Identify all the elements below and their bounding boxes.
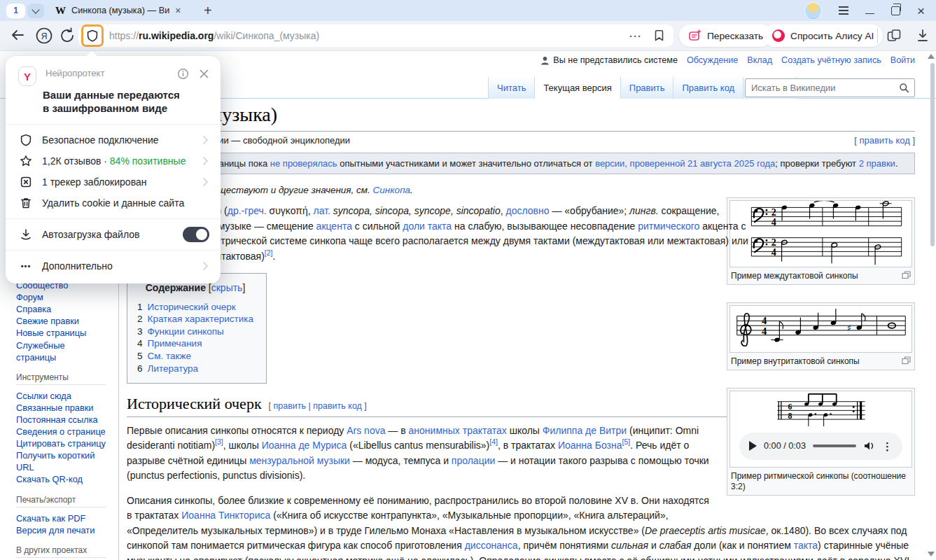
toc-item[interactable]: 5См. также (137, 350, 253, 363)
close-window-button[interactable]: × (917, 4, 925, 18)
tab-read[interactable]: Читать (488, 77, 534, 99)
toc-title: Содержание (146, 282, 206, 293)
sidebar-item-recent-changes[interactable]: Свежие правки (16, 315, 106, 327)
svg-text:4: 4 (761, 326, 766, 337)
sidebar-item-related-changes[interactable]: Связанные правки (16, 402, 106, 414)
scrollbar-thumb[interactable] (930, 63, 935, 246)
auto-download-toggle[interactable] (183, 227, 209, 242)
yandex-protect-logo: Y (18, 66, 36, 86)
shield-icon (20, 134, 32, 146)
figure-caption: Пример междутактовой синкопы (731, 271, 858, 281)
volume-icon[interactable] (863, 440, 875, 451)
sidebar-item-download-pdf[interactable]: Скачать как PDF (16, 512, 106, 524)
tab-edit[interactable]: Править (620, 77, 673, 99)
toc-item[interactable]: 6Литература (137, 363, 253, 375)
article-content: Синкопа (музыка) Материал из Википедии —… (118, 99, 915, 560)
search-icon[interactable] (899, 83, 909, 93)
login-link[interactable]: Войти (890, 55, 915, 65)
alice-avatar[interactable] (804, 2, 822, 20)
close-tab-icon[interactable]: × (175, 6, 181, 15)
enlarge-icon[interactable] (902, 271, 911, 279)
not-logged-in-status: Вы не представились системе (540, 55, 678, 65)
yandex-home-icon[interactable]: Я (35, 27, 53, 45)
more-dots-icon: ••• (19, 262, 33, 270)
collections-icon[interactable] (886, 28, 902, 43)
protect-shield-highlight[interactable] (81, 24, 104, 47)
audio-progress-bar[interactable] (813, 444, 856, 447)
popup-row-reviews[interactable]: 1,2К отзывов · 84% позитивные (6, 150, 221, 172)
popup-row-auto-download[interactable]: Автозагрузка файлов (6, 224, 221, 245)
more-actions-icon[interactable]: ··· (629, 30, 642, 42)
restore-button[interactable] (891, 6, 900, 15)
shield-icon (86, 29, 99, 42)
browser-window: 1 W Синкопа (музыка) — Ви × + × Я (0, 0, 936, 560)
enlarge-icon[interactable] (902, 356, 911, 365)
sidebar-item-qr-code[interactable]: Скачать QR-код (16, 473, 106, 485)
trash-icon (20, 197, 32, 209)
sidebar-item-page-info[interactable]: Сведения о странице (16, 426, 106, 438)
popup-row-secure-connection[interactable]: Безопасное подключение (6, 130, 221, 150)
music-notation-image-2: 4 4 ♯ (729, 305, 912, 353)
minimize-button[interactable] (865, 13, 874, 15)
tab-counter-button[interactable]: 1 (6, 4, 25, 18)
sidebar-item-cite-page[interactable]: Цитировать страницу (16, 438, 106, 449)
close-icon[interactable] (199, 69, 209, 79)
music-notation-image-3: 6 8 (729, 391, 912, 468)
downloads-icon[interactable] (916, 28, 930, 43)
retell-button[interactable]: Пересказать (679, 24, 772, 47)
scroll-down-arrow[interactable] (928, 552, 935, 556)
tab-list-button[interactable] (27, 4, 44, 18)
sidebar-item-short-url[interactable]: Получить короткий URL (16, 449, 106, 473)
sidebar-item-help[interactable]: Справка (16, 303, 106, 315)
figure-rhythmic-syncope[interactable]: 6 8 (727, 388, 915, 496)
sidebar-item-printable[interactable]: Версия для печати (16, 524, 106, 536)
tab-edit-source[interactable]: Править код (673, 77, 743, 99)
download-icon (20, 228, 32, 241)
paragraph-2: Описания синкопы, более близкие к соврем… (127, 493, 915, 560)
sidebar-item-what-links-here[interactable]: Ссылки сюда (16, 390, 106, 402)
browser-tab[interactable]: W Синкопа (музыка) — Ви × (55, 0, 193, 21)
refresh-icon[interactable] (59, 27, 76, 45)
sidebar-item-forum[interactable]: Форум (16, 291, 106, 303)
ask-alice-button[interactable]: Спросить Алису AI (763, 24, 883, 47)
tab-title: Синкопа (музыка) — Ви (71, 6, 169, 15)
url-text: https://ru.wikipedia.org/wiki/Синкопа_(м… (109, 30, 319, 41)
popup-row-delete-cookies[interactable]: Удалить cookie и данные сайта (6, 192, 221, 214)
music-notation-3: 6 8 (765, 393, 877, 430)
search-input[interactable] (746, 83, 899, 93)
protect-heading: Ваши данные передаются в зашифрованном в… (43, 88, 207, 115)
player-menu-icon[interactable]: ⋮ (882, 441, 893, 451)
figure-intratactic-syncope[interactable]: 4 4 ♯ (727, 302, 915, 370)
audio-player[interactable]: 0:00 / 0:03 ⋮ (739, 433, 902, 460)
play-icon[interactable] (749, 441, 757, 451)
menu-icon[interactable] (839, 6, 848, 15)
edit-source-link[interactable]: [ править код ] (854, 135, 915, 146)
svg-text:4: 4 (771, 246, 776, 258)
toolbar-divider (877, 28, 878, 43)
back-icon[interactable] (10, 27, 25, 43)
info-icon[interactable] (177, 68, 189, 80)
popup-row-tracker-blocked[interactable]: 1 трекер заблокирован (6, 172, 221, 192)
scroll-up-arrow[interactable] (928, 54, 935, 59)
toc-item[interactable]: 1Исторический очерк (137, 301, 253, 314)
music-notation-image-1: 2 4 2 4 (729, 200, 912, 267)
contributions-link[interactable]: Вклад (747, 55, 772, 65)
chevron-right-icon (200, 262, 207, 270)
section-edit-links[interactable]: [ править | править код ] (269, 401, 367, 411)
sidebar-item-permanent-link[interactable]: Постоянная ссылка (16, 414, 106, 426)
toc-item[interactable]: 2Краткая характеристика (137, 313, 253, 326)
tab-current-version[interactable]: Текущая версия (534, 77, 620, 99)
toc-item[interactable]: 4Примечания (137, 337, 253, 350)
bookmark-icon[interactable] (653, 29, 665, 42)
sidebar-item-new-pages[interactable]: Новые страницы (16, 327, 106, 339)
popup-row-more[interactable]: ••• Дополнительно (6, 255, 221, 276)
tracker-blocked-icon (20, 176, 32, 188)
sidebar-item-special-pages[interactable]: Служебные страницы (16, 340, 106, 363)
toc-item[interactable]: 3Функции синкопы (137, 326, 253, 338)
create-account-link[interactable]: Создать учётную запись (781, 55, 881, 65)
talk-link[interactable]: Обсуждение (687, 55, 738, 65)
address-bar[interactable]: https://ru.wikipedia.org/wiki/Синкопа_(м… (78, 24, 673, 47)
new-tab-button[interactable]: + (204, 4, 212, 18)
toc-hide-link[interactable]: [скрыть] (209, 282, 245, 293)
figure-intertactic-syncope[interactable]: 2 4 2 4 (727, 197, 915, 285)
